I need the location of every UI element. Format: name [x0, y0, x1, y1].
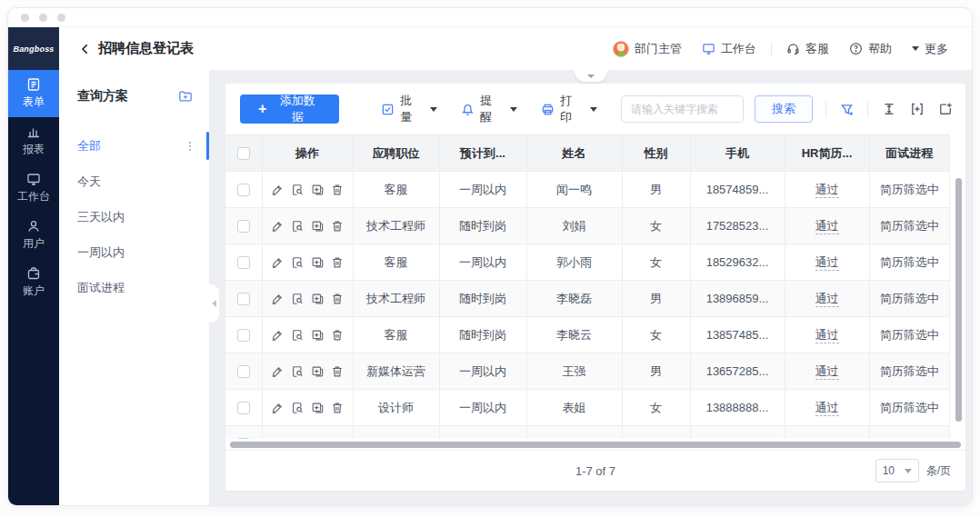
delete-icon[interactable] — [331, 365, 344, 378]
more-menu[interactable]: 更多 — [906, 41, 954, 57]
back-button[interactable] — [79, 43, 92, 55]
cell-arrival: 随时到岗 — [439, 281, 526, 317]
copy-icon[interactable] — [311, 293, 324, 305]
cell-position: 技术工程师 — [353, 281, 439, 317]
checkbox-check-icon — [381, 103, 395, 116]
query-item-interview[interactable]: 面试进程 — [59, 270, 209, 305]
more-actions-icon[interactable] — [189, 142, 196, 151]
workbench-link[interactable]: 工作台 — [696, 41, 762, 57]
chevron-down-icon — [590, 107, 597, 112]
copy-icon[interactable] — [311, 184, 324, 196]
copy-icon[interactable] — [311, 256, 324, 269]
sidebar-item-workbench[interactable]: 工作台 — [8, 164, 59, 212]
view-icon[interactable] — [291, 220, 304, 233]
copy-icon[interactable] — [311, 329, 324, 342]
delete-icon[interactable] — [331, 329, 344, 342]
delete-icon[interactable] — [331, 438, 344, 440]
hr-result-link[interactable]: 通过 — [815, 255, 839, 271]
row-checkbox[interactable] — [237, 402, 250, 414]
top-collapse-handle[interactable] — [575, 70, 607, 82]
edit-icon[interactable] — [271, 184, 284, 196]
column-header[interactable]: 操作 — [262, 135, 353, 172]
edit-icon[interactable] — [271, 329, 284, 342]
panel-collapse-handle[interactable] — [209, 283, 220, 323]
delete-icon[interactable] — [331, 293, 344, 305]
row-checkbox[interactable] — [237, 184, 250, 196]
view-icon[interactable] — [291, 256, 304, 269]
edit-icon[interactable] — [271, 256, 284, 269]
sidebar-item-reports[interactable]: 报表 — [8, 117, 59, 164]
row-checkbox[interactable] — [237, 293, 250, 305]
cell-position: 技术工程师 — [353, 208, 439, 244]
query-item-all[interactable]: 全部 — [59, 128, 209, 164]
window-control-minimize[interactable] — [39, 14, 47, 22]
hr-result-link[interactable]: 通过 — [815, 328, 839, 343]
view-icon[interactable] — [291, 438, 304, 440]
cell-hr-result — [785, 426, 869, 440]
edit-icon[interactable] — [271, 365, 284, 378]
column-header[interactable]: 性别 — [622, 135, 690, 172]
column-header[interactable]: 姓名 — [526, 135, 622, 172]
edit-icon[interactable] — [271, 438, 284, 440]
delete-icon[interactable] — [331, 184, 344, 196]
hr-result-link[interactable]: 通过 — [815, 219, 839, 234]
column-header[interactable]: 应聘职位 — [353, 135, 439, 172]
view-icon[interactable] — [291, 402, 304, 414]
copy-icon[interactable] — [311, 438, 324, 440]
row-checkbox[interactable] — [237, 256, 250, 269]
add-query-plan-button[interactable] — [178, 89, 193, 104]
delete-icon[interactable] — [331, 256, 344, 269]
copy-icon[interactable] — [311, 402, 324, 414]
copy-icon[interactable] — [311, 365, 324, 378]
column-header[interactable]: 手机 — [690, 135, 785, 172]
row-height-icon[interactable] — [882, 102, 896, 116]
help-link[interactable]: 帮助 — [844, 41, 897, 57]
column-header[interactable]: 预计到... — [439, 135, 526, 172]
view-icon[interactable] — [291, 293, 304, 305]
query-item-3days[interactable]: 三天以内 — [59, 199, 209, 234]
column-header[interactable]: HR简历... — [785, 135, 869, 172]
delete-icon[interactable] — [331, 402, 344, 414]
edit-icon[interactable] — [271, 293, 284, 305]
delete-icon[interactable] — [331, 220, 344, 233]
row-checkbox[interactable] — [237, 329, 250, 342]
view-icon[interactable] — [291, 329, 304, 342]
edit-icon[interactable] — [271, 402, 284, 414]
vertical-scrollbar[interactable] — [955, 178, 962, 422]
column-header[interactable]: 面试进程 — [869, 135, 950, 172]
hr-result-link[interactable]: 通过 — [815, 292, 839, 307]
export-icon[interactable] — [938, 102, 953, 116]
edit-icon[interactable] — [271, 220, 284, 233]
user-menu[interactable]: 部门主管 — [607, 41, 687, 57]
select-all-checkbox[interactable] — [237, 147, 250, 160]
sidebar-item-forms[interactable]: 表单 — [8, 70, 59, 117]
filter-funnel-icon[interactable] — [840, 103, 854, 116]
view-icon[interactable] — [291, 365, 304, 378]
window-control-close[interactable] — [21, 14, 29, 22]
row-checkbox[interactable] — [237, 438, 250, 439]
monitor-icon — [26, 172, 41, 186]
sidebar-item-accounts[interactable]: 账户 — [8, 259, 59, 306]
query-item-today[interactable]: 今天 — [59, 164, 209, 199]
page-size-select[interactable]: 10 — [875, 459, 919, 482]
column-settings-icon[interactable] — [910, 102, 925, 116]
hr-result-link[interactable]: 通过 — [815, 183, 839, 198]
customer-service-link[interactable]: 客服 — [781, 41, 835, 57]
row-checkbox[interactable] — [237, 365, 250, 378]
hr-result-link[interactable]: 通过 — [815, 401, 839, 416]
hr-result-link[interactable]: 通过 — [815, 364, 839, 380]
batch-menu[interactable]: 批量 — [381, 93, 437, 125]
row-checkbox[interactable] — [237, 220, 250, 233]
print-menu[interactable]: 打印 — [541, 93, 597, 125]
view-icon[interactable] — [291, 184, 304, 196]
remind-menu[interactable]: 提醒 — [461, 93, 517, 125]
copy-icon[interactable] — [311, 220, 324, 233]
cell-gender: 男 — [622, 172, 690, 208]
query-item-1week[interactable]: 一周以内 — [59, 234, 209, 270]
add-data-button[interactable]: + 添加数据 — [240, 94, 339, 124]
sidebar-item-users[interactable]: 用户 — [8, 212, 59, 259]
window-control-maximize[interactable] — [57, 14, 65, 22]
horizontal-scrollbar-thumb[interactable] — [230, 442, 961, 448]
search-input[interactable] — [621, 95, 744, 123]
search-button[interactable]: 搜索 — [755, 95, 813, 123]
